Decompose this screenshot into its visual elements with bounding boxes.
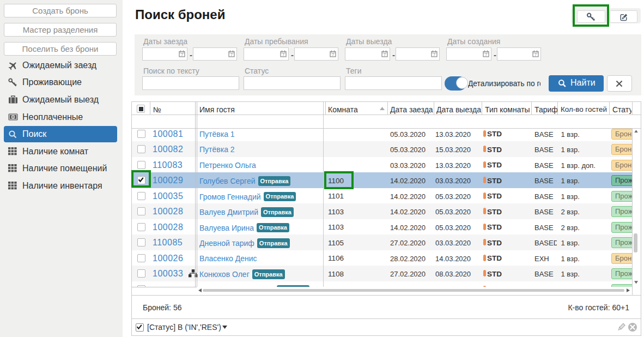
svg-text:7: 7 [433, 53, 435, 57]
svg-text:7: 7 [485, 53, 487, 57]
svg-text:7: 7 [534, 53, 537, 57]
svg-text:7: 7 [384, 53, 386, 57]
svg-text:7: 7 [230, 53, 233, 57]
svg-text:7: 7 [332, 53, 334, 57]
svg-text:7: 7 [181, 53, 183, 57]
svg-text:7: 7 [282, 53, 284, 57]
